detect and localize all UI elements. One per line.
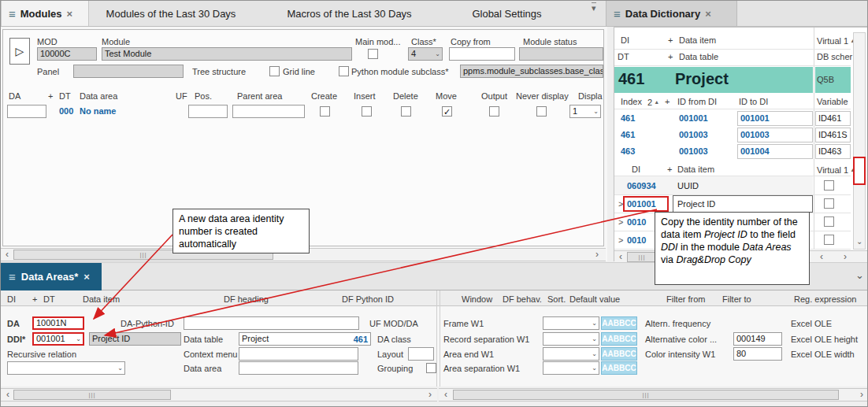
recursive-relation-dropdown[interactable]: ⌄ — [7, 361, 125, 375]
close-icon[interactable]: × — [67, 8, 73, 20]
item-name-cell[interactable]: Project ID — [673, 195, 813, 213]
area-end-dropdown[interactable]: ⌄ — [543, 347, 599, 361]
link-from[interactable]: 001003 — [679, 130, 708, 140]
layout-field[interactable] — [408, 347, 434, 361]
link-from[interactable]: 001001 — [679, 113, 708, 124]
selected-table-id[interactable]: 461 — [618, 70, 644, 88]
area-end-color-swatch[interactable]: AABBCC — [601, 347, 637, 361]
tab-data-dictionary[interactable]: ≡ Data Dictionary × — [606, 1, 737, 26]
pos-field[interactable] — [188, 105, 228, 118]
python-subclass-checkbox[interactable] — [339, 66, 349, 76]
output-checkbox[interactable] — [489, 106, 499, 117]
scroll-left-icon[interactable]: ‹ — [4, 390, 12, 400]
item-di[interactable]: 001001 — [627, 199, 656, 209]
virtual-checkbox[interactable] — [824, 216, 834, 227]
chevron-down-icon[interactable]: ⌄ — [855, 269, 864, 281]
link-index[interactable]: 461 — [621, 113, 635, 124]
link-col-index[interactable]: Index — [621, 97, 642, 107]
never-display-checkbox[interactable] — [536, 106, 547, 117]
display-dropdown[interactable]: 1 ⌄ — [569, 105, 601, 118]
virtual-checkbox[interactable] — [824, 235, 834, 245]
scroll-right-icon[interactable]: › — [858, 390, 866, 400]
scroll-right-icon[interactable]: › — [841, 252, 849, 262]
close-icon[interactable]: × — [83, 271, 90, 283]
run-module-button[interactable]: ▷ — [9, 38, 30, 65]
link-index[interactable]: 463 — [621, 146, 635, 157]
bottom-left-hscrollbar[interactable]: ‹ ||| › — [1, 388, 437, 401]
selected-table-schema[interactable]: Q5B — [817, 75, 834, 85]
bottom-right-hscrollbar[interactable]: ‹ ||| › — [439, 388, 868, 401]
move-checkbox[interactable]: ✓ — [442, 106, 452, 117]
record-separation-color-swatch[interactable]: AABBCC — [601, 332, 637, 346]
tab-global-settings[interactable]: Global Settings — [446, 1, 568, 26]
link-from[interactable]: 001003 — [679, 146, 708, 157]
item-di[interactable]: 060934 — [627, 181, 656, 191]
module-status-field[interactable] — [519, 47, 603, 61]
class-dropdown[interactable]: 4 ⌄ — [408, 47, 443, 61]
scrollbar-thumb[interactable]: ||| — [453, 390, 839, 400]
area-separation-color-swatch[interactable]: AABBCC — [601, 361, 637, 375]
scroll-right-icon[interactable]: › — [593, 250, 601, 260]
color-intensity-field[interactable]: 80 — [733, 347, 782, 361]
scrollbar-thumb[interactable]: ||| — [13, 390, 171, 400]
da-python-id-field[interactable] — [184, 316, 359, 330]
context-menu-field[interactable] — [239, 347, 358, 361]
tab-modules[interactable]: ≡ Modules × — [1, 1, 89, 26]
link-variable-cell[interactable]: ID463 — [815, 144, 851, 159]
frame-w1-color-swatch[interactable]: AABBCC — [601, 316, 637, 330]
close-icon[interactable]: × — [705, 8, 711, 20]
dd-col-virtual[interactable]: Virtual 1▲ — [817, 35, 855, 46]
add-button[interactable]: + — [665, 97, 670, 107]
scroll-left-icon[interactable]: ‹ — [3, 250, 11, 260]
da-field[interactable]: 10001N — [32, 316, 84, 330]
link-variable-cell[interactable]: ID461S — [815, 128, 851, 142]
insert-checkbox[interactable] — [362, 106, 372, 117]
link-to-cell[interactable]: 001004 — [737, 144, 813, 159]
scroll-left-icon[interactable]: ‹ — [818, 252, 825, 262]
row-dt-value[interactable]: 000 — [59, 106, 73, 117]
create-checkbox[interactable] — [320, 106, 330, 117]
dd-vscrollbar[interactable] — [853, 32, 866, 250]
scrollbar-thumb[interactable]: ||| — [627, 252, 657, 262]
python-subclass-field[interactable]: ppms.module_subclasses.base_clas — [460, 65, 603, 78]
add-button[interactable]: + — [48, 91, 53, 102]
link-index[interactable]: 461 — [621, 130, 635, 140]
item-di[interactable]: 0010 — [627, 235, 646, 246]
row-data-area-value[interactable]: No name — [80, 106, 116, 117]
link-col-sort[interactable]: 2▲ — [647, 97, 659, 108]
menu-icon[interactable]: ≡ — [9, 7, 16, 20]
grid-line-checkbox[interactable] — [269, 66, 280, 76]
ddi-dropdown[interactable]: 001001 ⌄ — [32, 332, 84, 346]
data-area-field[interactable] — [239, 361, 358, 375]
tab-data-areas[interactable]: ≡ Data Areas* × — [1, 263, 102, 290]
chevron-down-icon[interactable]: ⌄ — [856, 237, 862, 246]
da-id-field[interactable] — [7, 105, 46, 118]
tab-modules-last-30-days[interactable]: Modules of the Last 30 Days — [89, 1, 253, 26]
parent-area-field[interactable] — [232, 105, 305, 118]
link-to-cell[interactable]: 001001 — [737, 111, 813, 126]
alternative-color-field[interactable]: 000149 — [733, 332, 782, 346]
module-name-field[interactable]: Test Module — [102, 47, 352, 61]
mod-field[interactable]: 10000C — [37, 47, 97, 61]
item-di[interactable]: 0010 — [627, 217, 646, 228]
virtual-checkbox[interactable] — [824, 198, 834, 209]
scroll-right-icon[interactable]: › — [426, 390, 434, 400]
frame-w1-dropdown[interactable]: ⌄ — [543, 316, 599, 330]
link-to-cell[interactable]: 001003 — [737, 128, 813, 142]
main-module-checkbox[interactable] — [368, 49, 378, 59]
area-separation-dropdown[interactable]: ⌄ — [543, 361, 599, 375]
panel-field[interactable] — [73, 65, 184, 78]
record-separation-dropdown[interactable]: ⌄ — [543, 332, 599, 346]
link-variable-cell[interactable]: ID461 — [815, 111, 851, 126]
item-name[interactable]: UUID — [677, 181, 699, 191]
scroll-left-icon[interactable]: ‹ — [617, 252, 625, 262]
copy-from-field[interactable] — [449, 47, 515, 61]
virtual-checkbox[interactable] — [824, 180, 834, 191]
expand-icon[interactable]: > — [618, 235, 623, 246]
add-button[interactable]: + — [667, 165, 672, 175]
tab-overflow-icon[interactable]: ▾ — [592, 2, 596, 13]
ddi-item-name-field[interactable]: Project ID — [89, 332, 181, 346]
delete-checkbox[interactable] — [401, 106, 411, 117]
expand-icon[interactable]: > — [618, 217, 623, 228]
vscrollbar-thumb-highlight[interactable] — [853, 157, 866, 185]
